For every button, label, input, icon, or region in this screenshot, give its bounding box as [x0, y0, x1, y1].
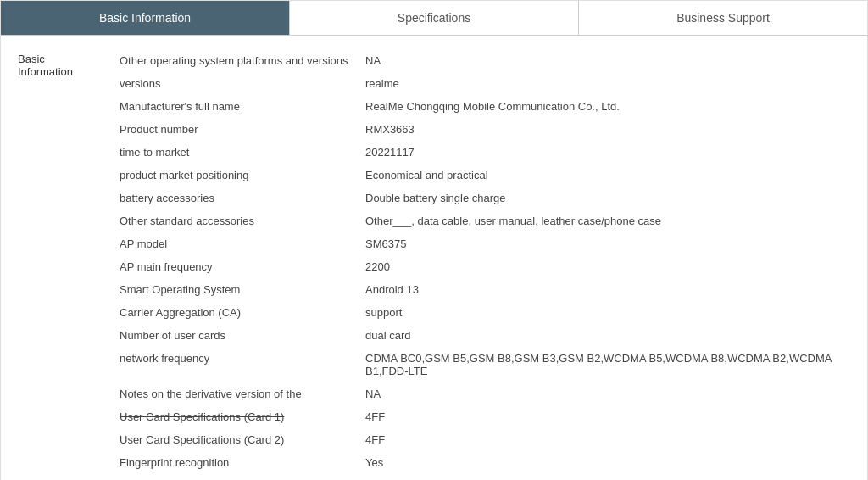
- table-row: Fingerprint recognitionYes: [120, 451, 867, 474]
- table-row: Manufacturer's full nameRealMe Chongqing…: [120, 95, 867, 118]
- table-row: Notes on the derivative version of theNA: [120, 382, 867, 405]
- table-row: Other standard accessoriesOther___, data…: [120, 209, 867, 232]
- row-value: realme: [357, 75, 867, 92]
- row-value: CDMA BC0,GSM B5,GSM B8,GSM B3,GSM B2,WCD…: [357, 350, 867, 379]
- row-value: dual card: [357, 327, 867, 343]
- row-value: 20221117: [357, 144, 867, 160]
- row-value: Yes: [357, 455, 867, 471]
- row-value: 4FF: [357, 432, 867, 448]
- table-row: battery accessoriesDouble battery single…: [120, 187, 867, 209]
- row-value: SM6375: [357, 236, 867, 252]
- row-value: RealMe Chongqing Mobile Communication Co…: [357, 98, 867, 114]
- table-row: AP modelSM6375: [120, 232, 867, 255]
- tab-basic-information[interactable]: Basic Information: [1, 1, 290, 35]
- section-label: Basic Information: [1, 49, 120, 480]
- row-value: RMX3663: [357, 121, 867, 137]
- row-key: Number of user cards: [120, 327, 357, 343]
- table-row: network frequencyCDMA BC0,GSM B5,GSM B8,…: [120, 347, 867, 382]
- row-key: User Card Specifications (Card 1): [120, 409, 357, 425]
- table-row: versionsrealme: [120, 72, 867, 95]
- row-key: battery accessories: [120, 190, 357, 206]
- main-container: Basic Information Specifications Busines…: [0, 0, 868, 480]
- tab-business-support[interactable]: Business Support: [579, 1, 867, 35]
- table-row: Product numberRMX3663: [120, 118, 867, 141]
- row-key: network frequency: [120, 350, 357, 366]
- row-value: support: [357, 304, 867, 321]
- row-key: Manufacturer's full name: [120, 98, 357, 114]
- row-key: time to market: [120, 144, 357, 160]
- table-row: Number of user cardsdual card: [120, 324, 867, 347]
- table-row: User Card Specifications (Card 1)4FF: [120, 405, 867, 428]
- tab-specifications[interactable]: Specifications: [290, 1, 579, 35]
- row-key: AP model: [120, 236, 357, 252]
- row-value: Other___, data cable, user manual, leath…: [357, 213, 867, 229]
- row-key: Carrier Aggregation (CA): [120, 304, 357, 321]
- row-value: Android 13: [357, 282, 867, 298]
- row-value: 4FF: [357, 409, 867, 425]
- table-row: Other operating system platforms and ver…: [120, 49, 867, 72]
- row-value: Economical and practical: [357, 167, 867, 183]
- table-row: AP main frequency2200: [120, 255, 867, 278]
- row-value: 2200: [357, 259, 867, 275]
- row-value: NA: [357, 386, 867, 402]
- table-row: Smart Operating SystemAndroid 13: [120, 278, 867, 301]
- table-row: product market positioningEconomical and…: [120, 164, 867, 187]
- row-key: versions: [120, 75, 357, 92]
- table-row: Carrier Aggregation (CA)support: [120, 301, 867, 324]
- table-row: Whether to support telecom 800MHzsupport: [120, 474, 867, 480]
- row-key: product market positioning: [120, 167, 357, 183]
- row-value: NA: [357, 53, 867, 69]
- table-row: User Card Specifications (Card 2)4FF: [120, 428, 867, 451]
- row-key: Fingerprint recognition: [120, 455, 357, 471]
- row-key: User Card Specifications (Card 2): [120, 432, 357, 448]
- row-key: Other standard accessories: [120, 213, 357, 229]
- row-value: Double battery single charge: [357, 190, 867, 206]
- row-key: AP main frequency: [120, 259, 357, 275]
- row-key: Other operating system platforms and ver…: [120, 53, 357, 69]
- data-table: Other operating system platforms and ver…: [120, 49, 867, 480]
- content-area: Basic Information Other operating system…: [1, 36, 867, 480]
- row-key: Product number: [120, 121, 357, 137]
- tab-header: Basic Information Specifications Busines…: [1, 1, 867, 36]
- table-row: time to market20221117: [120, 141, 867, 164]
- row-key: Notes on the derivative version of the: [120, 386, 357, 402]
- row-key: Smart Operating System: [120, 282, 357, 298]
